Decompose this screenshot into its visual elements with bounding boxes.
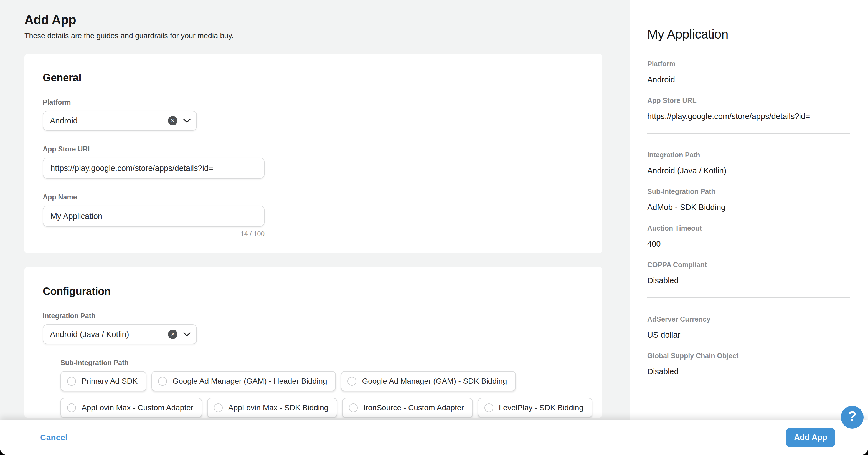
configuration-heading: Configuration	[43, 285, 584, 297]
radio-icon	[347, 377, 356, 386]
add-app-button[interactable]: Add App	[786, 428, 835, 447]
summary-item-app-store-url: App Store URL https://play.google.com/st…	[647, 96, 850, 121]
summary-value: Android (Java / Kotlin)	[647, 166, 850, 175]
clear-icon[interactable]: ✕	[168, 330, 178, 339]
radio-icon	[67, 403, 76, 412]
chevron-down-icon	[183, 332, 191, 337]
app-store-url-label: App Store URL	[43, 145, 584, 153]
radio-option-label: LevelPlay - SDK Bidding	[499, 403, 584, 412]
add-app-page: Add App These details are the guides and…	[0, 0, 868, 455]
summary-item-auction-timeout: Auction Timeout 400	[647, 224, 850, 249]
app-name-input[interactable]	[43, 206, 265, 227]
chevron-down-icon	[183, 118, 191, 123]
summary-item-global-supply-chain-object: Global Supply Chain Object Disabled	[647, 352, 850, 376]
summary-title: My Application	[647, 27, 850, 41]
summary-label: Auction Timeout	[647, 224, 850, 232]
summary-label: App Store URL	[647, 96, 850, 104]
summary-label: Platform	[647, 60, 850, 68]
summary-label: COPPA Compliant	[647, 261, 850, 269]
summary-item-adserver-currency: AdServer Currency US dollar	[647, 315, 850, 340]
sub-integration-row-1: Primary Ad SDK Google Ad Manager (GAM) -…	[60, 371, 584, 391]
integration-path-field: Integration Path Android (Java / Kotlin)…	[43, 312, 584, 344]
radio-icon	[485, 403, 493, 412]
summary-item-coppa-compliant: COPPA Compliant Disabled	[647, 261, 850, 285]
main-content: Add App These details are the guides and…	[0, 0, 629, 455]
summary-label: Integration Path	[647, 151, 850, 159]
radio-option-label: IronSource - Custom Adapter	[363, 403, 464, 412]
configuration-card: Configuration Integration Path Android (…	[24, 267, 602, 418]
radio-option-levelplay-sdk-bidding[interactable]: LevelPlay - SDK Bidding	[478, 398, 592, 418]
radio-option-primary-ad-sdk[interactable]: Primary Ad SDK	[60, 371, 147, 391]
clear-icon[interactable]: ✕	[168, 116, 178, 125]
integration-path-select[interactable]: Android (Java / Kotlin) ✕	[43, 324, 197, 344]
radio-icon	[214, 403, 223, 412]
sub-integration-row-2: AppLovin Max - Custom Adapter AppLovin M…	[60, 398, 584, 418]
radio-icon	[67, 377, 76, 386]
summary-label: Global Supply Chain Object	[647, 352, 850, 360]
radio-option-label: AppLovin Max - Custom Adapter	[82, 403, 193, 412]
app-store-url-field: App Store URL	[43, 145, 584, 179]
cancel-link[interactable]: Cancel	[40, 433, 67, 442]
general-heading: General	[43, 72, 584, 84]
clear-glyph: ✕	[170, 118, 175, 123]
radio-option-label: Google Ad Manager (GAM) - SDK Bidding	[362, 377, 507, 386]
app-name-field: App Name 14 / 100	[43, 193, 584, 238]
radio-icon	[349, 403, 358, 412]
question-mark-icon: ?	[848, 408, 857, 424]
char-counter: 14 / 100	[43, 230, 265, 238]
summary-value: AdMob - SDK Bidding	[647, 203, 850, 212]
integration-path-select-value: Android (Java / Kotlin)	[50, 330, 168, 339]
summary-divider	[647, 133, 850, 134]
platform-label: Platform	[43, 98, 584, 106]
platform-select[interactable]: Android ✕	[43, 111, 197, 131]
sub-integration-path-group: Sub-Integration Path Primary Ad SDK Goog…	[60, 359, 584, 418]
summary-value: US dollar	[647, 330, 850, 340]
summary-divider	[647, 297, 850, 298]
radio-option-ironsource-custom-adapter[interactable]: IronSource - Custom Adapter	[342, 398, 473, 418]
summary-item-platform: Platform Android	[647, 60, 850, 84]
summary-value: 400	[647, 239, 850, 249]
platform-field: Platform Android ✕	[43, 98, 584, 131]
footer-action-bar: Cancel Add App	[0, 420, 868, 455]
radio-option-gam-sdk-bidding[interactable]: Google Ad Manager (GAM) - SDK Bidding	[341, 371, 516, 391]
radio-option-applovin-custom-adapter[interactable]: AppLovin Max - Custom Adapter	[60, 398, 202, 418]
summary-item-sub-integration-path: Sub-Integration Path AdMob - SDK Bidding	[647, 187, 850, 212]
summary-sidebar: My Application Platform Android App Stor…	[629, 0, 868, 455]
summary-value: Android	[647, 75, 850, 84]
integration-path-label: Integration Path	[43, 312, 584, 320]
summary-label: Sub-Integration Path	[647, 187, 850, 195]
radio-option-applovin-sdk-bidding[interactable]: AppLovin Max - SDK Bidding	[207, 398, 337, 418]
summary-value: https://play.google.com/store/apps/detai…	[647, 112, 850, 121]
radio-option-label: Primary Ad SDK	[82, 377, 137, 386]
help-button[interactable]: ?	[841, 406, 864, 429]
sub-integration-path-label: Sub-Integration Path	[60, 359, 584, 367]
radio-icon	[158, 377, 167, 386]
radio-option-gam-header-bidding[interactable]: Google Ad Manager (GAM) - Header Bidding	[151, 371, 336, 391]
summary-value: Disabled	[647, 276, 850, 285]
app-store-url-input[interactable]	[43, 158, 265, 179]
page-title: Add App	[24, 12, 629, 27]
app-name-label: App Name	[43, 193, 584, 201]
platform-select-value: Android	[50, 116, 168, 125]
page-subtitle: These details are the guides and guardra…	[24, 32, 629, 40]
radio-option-label: AppLovin Max - SDK Bidding	[228, 403, 328, 412]
summary-label: AdServer Currency	[647, 315, 850, 323]
summary-item-integration-path: Integration Path Android (Java / Kotlin)	[647, 151, 850, 175]
clear-glyph: ✕	[170, 332, 175, 337]
general-card: General Platform Android ✕ App Store URL…	[24, 54, 602, 253]
summary-value: Disabled	[647, 367, 850, 376]
radio-option-label: Google Ad Manager (GAM) - Header Bidding	[173, 377, 327, 386]
